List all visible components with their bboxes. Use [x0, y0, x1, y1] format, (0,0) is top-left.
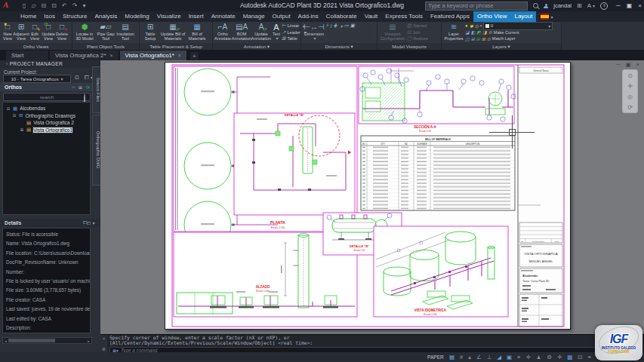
new-drawing-tab-button[interactable]: + — [190, 52, 199, 60]
tab-annotate[interactable]: Annotate — [208, 11, 239, 22]
table-button[interactable]: ⊞Table — [282, 35, 300, 42]
ortho-icon[interactable]: ⊥ — [487, 354, 492, 360]
layer-merge-icon[interactable]: ⊟ — [476, 36, 480, 41]
search-icon[interactable] — [533, 3, 538, 8]
tab-manage[interactable]: Manage — [239, 11, 269, 22]
paper-space-button[interactable]: PAPER — [427, 354, 444, 360]
layer-off-icon[interactable]: ◨ — [482, 29, 487, 35]
layer-lock-icon[interactable]: ▪ — [480, 23, 482, 28]
dim-break-icon[interactable]: ▭ — [344, 23, 349, 29]
model-paper-toggle-icon[interactable]: ▦ — [449, 354, 454, 360]
command-line-window[interactable]: × ⚙ Specify corner of window, enter a sc… — [100, 334, 644, 353]
restore-button[interactable]: ▣ — [627, 2, 633, 9]
tab-vista-ortografico-1[interactable]: Vista Ortografico1*× — [120, 51, 186, 60]
details-scrollbar[interactable]: ◂ ▸ — [2, 337, 92, 344]
layer-walk-icon[interactable]: ◫ — [465, 36, 470, 41]
close-button[interactable]: × — [638, 2, 642, 9]
tab-start[interactable]: Start — [6, 51, 48, 60]
delete-view-button[interactable]: □× Delete View — [55, 22, 69, 41]
doc-minimize-icon[interactable]: ─ — [616, 61, 620, 68]
expand-icon[interactable]: ⊟ — [12, 113, 17, 118]
dim-baseline-icon[interactable]: ⋕ — [333, 23, 337, 29]
workspace-gear-icon[interactable]: ⚙ — [547, 354, 552, 360]
orthos-section-header[interactable]: Orthos ⌂ ⊞ ⟳ ◱ — [0, 83, 100, 91]
annotation-scale-icon[interactable]: ▲ — [536, 354, 541, 360]
orthos-refresh-icon[interactable]: ⟳ — [86, 84, 90, 90]
close-tab-icon[interactable]: × — [109, 51, 112, 60]
isolate-objects-icon[interactable]: ▩ — [567, 354, 572, 360]
search-input[interactable]: Type a keyword or phrase — [425, 2, 528, 11]
panel-caption-plant-tools[interactable]: Plant Object Tools — [72, 43, 139, 50]
tree-node-orthographic-drawings[interactable]: ⊟ ⊞ Orthographic Drawings — [3, 112, 90, 120]
close-tab-icon[interactable]: × — [178, 51, 181, 60]
details-menu-icon[interactable]: ⧠▾ — [87, 220, 94, 226]
layout-canvas[interactable]: ─ ▣ × — [100, 60, 644, 334]
tree-node-vista-ortografica-2[interactable]: ▤ Vista Ortografica 2 — [3, 119, 90, 127]
signed-in-user[interactable]: jcandal — [553, 2, 572, 9]
match-layer-icon[interactable]: ⊜ — [487, 36, 491, 41]
tab-isos[interactable]: Isos — [40, 11, 59, 22]
plot-project-icon[interactable]: ⊡ — [75, 75, 79, 81]
dimension-button[interactable]: ⊢↔⊣ Dimension ▾ — [302, 22, 326, 41]
linear-dimension-button[interactable]: ⊢Linear▾ — [282, 23, 300, 29]
update-annotation-button[interactable]: A⟳ Update Annotation — [251, 22, 271, 41]
steering-wheel-icon[interactable]: ⊙ — [627, 72, 633, 79]
details-header[interactable]: Details ⧠ ⧠▾ — [0, 219, 100, 227]
zoom-icon[interactable]: ◎ — [627, 94, 633, 100]
layer-delete-icon[interactable]: ⊠ — [482, 36, 485, 41]
orbit-icon[interactable]: ⟳ — [627, 104, 633, 111]
tab-insert[interactable]: Insert — [185, 11, 208, 22]
project-dropdown[interactable]: 10 - Tarea Ortograficos▾ — [3, 75, 71, 83]
pan-icon[interactable]: ✛ — [627, 83, 633, 90]
tab-vista-ortografica-2[interactable]: Vista Ortografica 2*× — [50, 51, 119, 60]
make-current-icon[interactable]: ⊚ — [488, 29, 492, 35]
user-avatar[interactable] — [544, 4, 548, 8]
edit-view-button[interactable]: □✎ Edit View — [28, 22, 42, 41]
command-customize-icon[interactable]: ⚙ — [102, 346, 106, 351]
orthos-search-icon[interactable]: ⌂ — [72, 84, 75, 89]
layer-properties-button[interactable]: ≋ Layer Properties — [442, 22, 465, 41]
redo-icon[interactable]: ↷ — [72, 2, 78, 9]
panel-caption-table-setup[interactable]: Table Placement & Setup — [140, 43, 212, 50]
tab-analysis[interactable]: Analysis — [91, 11, 121, 22]
dynamic-input-icon[interactable]: ✛ — [525, 354, 530, 360]
layer-freeze-icon[interactable]: ⊙ — [475, 23, 479, 29]
locate-in-3d-model-button[interactable]: ⬢ Locate in 3D Model — [73, 22, 96, 41]
adjacent-view-button[interactable]: ⊞ Adjacent View — [14, 22, 28, 41]
help-icon[interactable]: ? — [600, 2, 608, 10]
expand-icon[interactable]: ⊟ — [6, 106, 11, 111]
plot-icon[interactable]: ⊡ — [51, 2, 57, 9]
scroll-left-icon[interactable]: ◂ — [3, 339, 8, 343]
panel-caption-dimensions[interactable]: Dimensions ▾ — [301, 43, 377, 50]
doc-close-icon[interactable]: × — [636, 61, 639, 68]
dim-style-icon[interactable]: ⊦ — [326, 23, 328, 29]
dim-space-icon[interactable]: ▣ — [350, 23, 355, 29]
dim-more-caret-icon[interactable]: ▾ — [340, 23, 343, 29]
pipe-gap-tool-button[interactable]: ▰▱ Pipe Gap Tool — [96, 22, 116, 41]
tree-search-input[interactable]: search — [3, 93, 91, 101]
panel-caption-layers[interactable]: Layers ▾ — [442, 43, 561, 50]
match-layer-button[interactable]: Match Layer — [492, 36, 516, 41]
layer-thaw-icon[interactable]: ✱ — [470, 23, 473, 29]
layer-on-icon[interactable]: ● — [465, 23, 468, 28]
crosshair-toggle-icon[interactable]: ✛ — [557, 354, 562, 360]
layer-vpfreeze-icon[interactable]: ⊞ — [471, 36, 475, 41]
open-icon[interactable]: ▱ — [31, 2, 35, 9]
update-view-button[interactable]: □⟳ Update View — [42, 22, 55, 41]
doc-restore-icon[interactable]: ▣ — [626, 61, 631, 68]
grid-icon[interactable]: # — [460, 354, 463, 360]
panel-caption-viewports[interactable]: Model Viewports — [377, 43, 441, 50]
undo-icon[interactable]: ↶ — [62, 2, 67, 9]
table-setup-button[interactable]: ⊞ Table Setup — [140, 22, 160, 41]
command-line-grip[interactable]: × ⚙ — [100, 335, 107, 353]
customization-menu-icon[interactable]: ≡ — [588, 354, 591, 360]
command-close-icon[interactable]: × — [103, 336, 106, 341]
layer-unisolate-icon[interactable]: ◧ — [471, 29, 476, 35]
ortho-annotate-button[interactable]: ⌐A Ortho Annotate — [214, 22, 232, 41]
language-pack-icon[interactable] — [541, 14, 549, 20]
tree-node-vista-ortografico-1[interactable]: ⊞ ▤ Vista Ortografico1 — [3, 127, 90, 134]
panel-caption-annotation[interactable]: Annotation ▾ — [213, 43, 300, 50]
tab-addins[interactable]: Add-ins — [294, 11, 322, 22]
text-button[interactable]: A Text ▾ — [271, 22, 282, 41]
layer-isolate-icon[interactable]: ◪ — [465, 29, 470, 35]
